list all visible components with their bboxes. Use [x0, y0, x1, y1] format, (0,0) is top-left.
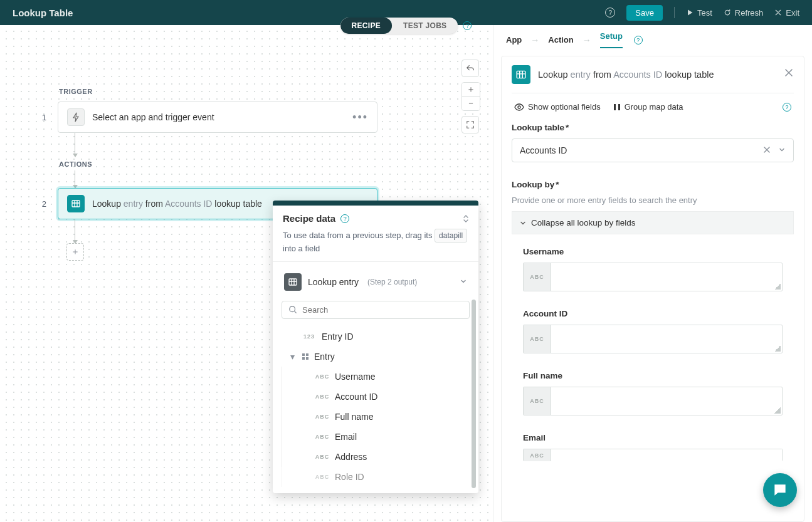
field-input[interactable]: ABC [523, 325, 783, 353]
popover-accent [273, 201, 478, 206]
columns-icon [613, 103, 621, 111]
recipe-canvas[interactable]: ＋ － TRIGGER 1 Select an app and trigger … [0, 25, 493, 522]
datapill-account-id[interactable]: ABC Account ID [282, 387, 470, 407]
save-button[interactable]: Save [626, 5, 663, 21]
zoom-out-button[interactable]: － [462, 97, 480, 110]
undo-button[interactable] [461, 60, 479, 77]
svg-rect-3 [302, 353, 305, 356]
add-step-button[interactable]: ＋ [66, 243, 84, 261]
datasource-name: Lookup entry [308, 277, 359, 287]
test-button[interactable]: Test [686, 8, 712, 18]
trigger-section-label: TRIGGER [59, 88, 377, 95]
group-map-button[interactable]: Group map data [613, 102, 683, 112]
field-username: Username ABC [523, 247, 783, 291]
type-string-icon: ABC [524, 449, 551, 461]
datapill-entry-group[interactable]: ▾ Entry [282, 347, 470, 367]
datapill-full-name[interactable]: ABC Full name [282, 407, 470, 427]
chevron-down-icon[interactable] [778, 145, 786, 155]
svg-rect-5 [302, 357, 305, 360]
refresh-button[interactable]: Refresh [724, 8, 764, 18]
resize-handle[interactable] [774, 283, 781, 290]
type-string-icon: ABC [315, 454, 330, 460]
svg-rect-9 [614, 104, 616, 110]
svg-rect-6 [306, 357, 308, 360]
type-string-icon: ABC [315, 373, 330, 380]
type-string-icon: ABC [315, 394, 330, 400]
help-icon[interactable]: ? [783, 103, 791, 112]
datapill-username[interactable]: ABC Username [282, 367, 470, 387]
lookup-by-hint: Provide one or more entry fields to sear… [512, 196, 794, 205]
type-string-icon: ABC [524, 387, 551, 415]
chevron-down-icon [520, 220, 526, 226]
table-icon [67, 195, 85, 212]
chevron-down-icon: ▾ [288, 352, 297, 362]
datapill-chip: datapill [435, 229, 467, 243]
bc-app[interactable]: App [506, 35, 522, 44]
refresh-icon [724, 9, 731, 16]
trigger-card[interactable]: Select an app and trigger event ••• [58, 102, 377, 133]
test-label: Test [697, 8, 712, 18]
svg-point-8 [518, 106, 520, 108]
datapill-tree: 123 Entry ID ▾ Entry ABC Username ABC Ac… [282, 326, 470, 487]
svg-rect-4 [306, 353, 308, 356]
search-field[interactable] [302, 305, 463, 315]
help-icon[interactable]: ? [463, 21, 472, 30]
divider [674, 7, 675, 18]
table-icon [512, 65, 530, 84]
datapill-role-id[interactable]: ABC Role ID [282, 467, 470, 487]
object-icon [302, 353, 309, 360]
datapill-email[interactable]: ABC Email [282, 427, 470, 447]
lookup-table-label: Lookup table* [512, 123, 794, 132]
zoom-in-button[interactable]: ＋ [462, 83, 480, 97]
tab-recipe[interactable]: RECIPE [340, 18, 392, 34]
help-icon[interactable]: ? [634, 36, 643, 44]
field-account-id: Account ID ABC [523, 309, 783, 353]
svg-rect-7 [517, 71, 525, 78]
lookup-table-value: Accounts ID [520, 145, 567, 155]
help-icon[interactable]: ? [340, 214, 349, 223]
tab-test-jobs[interactable]: TEST JOBS [392, 18, 458, 34]
connector [75, 170, 75, 188]
chat-button[interactable] [763, 473, 797, 507]
clear-icon[interactable] [763, 145, 771, 155]
actions-section-label: ACTIONS [59, 160, 377, 168]
resize-handle[interactable] [774, 345, 781, 352]
page-title: Lookup Table [13, 8, 73, 18]
close-button[interactable] [784, 68, 794, 80]
collapse-icon[interactable] [462, 214, 470, 225]
field-input[interactable]: ABC [523, 449, 783, 461]
collapse-fields-button[interactable]: Collapse all lookup by fields [512, 211, 794, 234]
datasource-row[interactable]: Lookup entry (Step 2 output) [282, 269, 470, 295]
datapill-entry-id[interactable]: 123 Entry ID [282, 326, 470, 347]
datasource-meta: (Step 2 output) [367, 278, 417, 286]
full-name-input[interactable] [551, 387, 774, 415]
search-input[interactable] [282, 301, 470, 319]
type-string-icon: ABC [315, 434, 330, 440]
recipe-data-popover: Recipe data ? To use data from a previou… [273, 201, 478, 493]
eye-icon [514, 103, 524, 111]
datapill-address[interactable]: ABC Address [282, 447, 470, 467]
field-input[interactable]: ABC [523, 263, 783, 291]
lookup-table-select[interactable]: Accounts ID [512, 138, 794, 162]
help-icon[interactable]: ? [605, 8, 615, 18]
resize-handle[interactable] [774, 407, 781, 414]
setup-title: Lookup entry from Accounts ID lookup tab… [538, 70, 714, 80]
bc-setup[interactable]: Setup [600, 31, 623, 48]
svg-rect-0 [72, 201, 80, 207]
bc-action[interactable]: Action [548, 35, 573, 44]
close-icon [774, 9, 782, 16]
show-optional-button[interactable]: Show optional fields [514, 102, 601, 112]
popover-head: Recipe data ? To use data from a previou… [273, 206, 478, 262]
lookup-by-fields: Username ABC Account ID ABC Full name [512, 234, 794, 461]
exit-button[interactable]: Exit [774, 8, 799, 18]
setup-header: Lookup entry from Accounts ID lookup tab… [512, 65, 794, 93]
account-id-input[interactable] [551, 325, 774, 353]
username-input[interactable] [551, 263, 774, 291]
search-icon [288, 305, 297, 314]
fit-button[interactable] [461, 116, 479, 133]
email-input[interactable] [551, 449, 782, 461]
step-menu-button[interactable]: ••• [352, 111, 368, 124]
lookup-by-label: Lookup by* [512, 180, 794, 189]
field-input[interactable]: ABC [523, 387, 783, 415]
type-string-icon: ABC [524, 263, 551, 291]
